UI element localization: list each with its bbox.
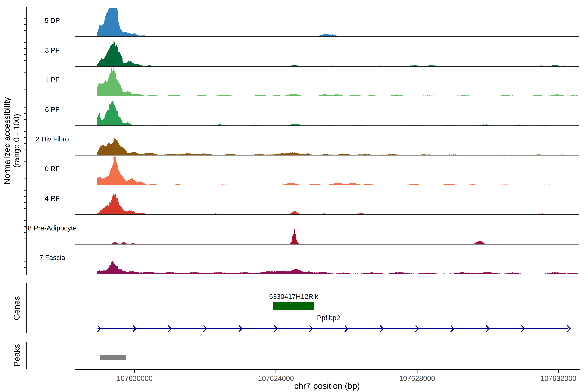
gene-direction-chevron-icon bbox=[167, 325, 172, 332]
peak-region-bar bbox=[100, 355, 126, 360]
x-axis-tick bbox=[134, 370, 135, 373]
track-signal-area bbox=[75, 186, 579, 215]
chevron-glyph bbox=[98, 326, 100, 332]
gene-direction-chevron-icon bbox=[132, 325, 137, 332]
chevron-glyph bbox=[451, 326, 454, 332]
x-axis-tick bbox=[417, 370, 418, 373]
track-signal-area bbox=[75, 8, 579, 37]
x-axis-tick bbox=[276, 370, 276, 373]
track-signal-path bbox=[75, 138, 579, 156]
gene-arrowhead-icon bbox=[566, 325, 571, 332]
track-signal-path bbox=[75, 8, 579, 37]
y-axis-tick bbox=[24, 250, 26, 250]
chevron-glyph bbox=[486, 326, 489, 332]
x-axis-tick bbox=[558, 370, 559, 373]
y-axis-tick bbox=[24, 119, 26, 120]
y-axis-tick bbox=[24, 42, 26, 43]
gene-name-label: Ppfibp2 bbox=[280, 314, 378, 322]
gene-exon-box bbox=[273, 302, 314, 310]
y-axis-tick bbox=[24, 208, 26, 209]
peaks-section-label: Peaks bbox=[12, 331, 22, 380]
peaks-axis-line bbox=[26, 342, 27, 369]
track-baseline bbox=[75, 214, 579, 215]
x-axis-line bbox=[75, 369, 580, 370]
chevron-glyph bbox=[239, 326, 242, 332]
gene-direction-chevron-icon bbox=[97, 325, 102, 332]
track-signal-area bbox=[75, 245, 579, 274]
chevron-glyph bbox=[345, 326, 348, 332]
y-axis-tick bbox=[24, 72, 26, 72]
gene-direction-chevron-icon bbox=[450, 325, 455, 332]
track-signal-area bbox=[75, 38, 579, 67]
x-axis-title: chr7 position (bp) bbox=[75, 381, 579, 391]
chevron-glyph bbox=[274, 326, 277, 332]
y-axis-tick bbox=[24, 238, 26, 238]
chevron-glyph bbox=[310, 326, 312, 332]
gene-direction-chevron-icon bbox=[520, 325, 525, 332]
peaks-section-label-text: Peaks bbox=[12, 344, 22, 367]
track-signal-area bbox=[75, 68, 579, 96]
y-axis-tick bbox=[24, 161, 26, 162]
chevron-glyph bbox=[133, 326, 136, 332]
track-signal-path bbox=[75, 229, 579, 244]
track-signal-path bbox=[75, 193, 579, 215]
chevron-glyph bbox=[521, 326, 524, 332]
chevron-glyph bbox=[380, 326, 383, 332]
gene-direction-chevron-icon bbox=[379, 325, 384, 332]
genes-section-label-text: Genes bbox=[12, 296, 22, 320]
track-baseline bbox=[75, 185, 579, 185]
track-signal-area bbox=[75, 216, 579, 244]
y-axis-label-line1: Normalized accessibility bbox=[2, 97, 12, 184]
genes-section-label: Genes bbox=[12, 284, 22, 333]
track-signal-path bbox=[75, 261, 579, 274]
track-signal-path bbox=[75, 156, 579, 185]
track-baseline bbox=[75, 66, 579, 67]
y-axis-tick bbox=[24, 102, 26, 102]
y-axis-tick bbox=[24, 30, 26, 31]
chevron-glyph bbox=[204, 326, 206, 332]
track-baseline bbox=[75, 96, 579, 96]
genes-axis-line bbox=[26, 283, 27, 333]
y-axis-tick bbox=[24, 268, 26, 268]
track-signal-area bbox=[75, 156, 579, 185]
track-baseline bbox=[75, 126, 579, 126]
y-axis-tick bbox=[24, 149, 26, 150]
track-signal-area bbox=[75, 97, 579, 126]
y-axis-tick bbox=[24, 90, 26, 90]
gene-direction-chevron-icon bbox=[344, 325, 349, 332]
track-signal-area bbox=[75, 127, 579, 156]
track-baseline bbox=[75, 36, 579, 37]
chevron-glyph bbox=[168, 326, 171, 332]
chevron-glyph bbox=[567, 326, 570, 332]
chevron-glyph bbox=[416, 326, 418, 332]
coverage-plot-figure: Normalized accessibility (range 0 - 100)… bbox=[0, 0, 588, 392]
gene-direction-chevron-icon bbox=[238, 325, 243, 332]
y-axis-tick bbox=[24, 220, 26, 221]
track-signal-path bbox=[75, 41, 579, 67]
gene-direction-chevron-icon bbox=[308, 325, 314, 332]
y-axis-tick bbox=[24, 131, 26, 132]
gene-direction-chevron-icon bbox=[273, 325, 278, 332]
gene-direction-chevron-icon bbox=[485, 325, 490, 332]
track-signal-path bbox=[75, 101, 579, 126]
gene-name-label: 5330417H12Rik bbox=[245, 293, 343, 300]
y-axis-tick bbox=[24, 190, 26, 191]
track-baseline bbox=[75, 155, 579, 156]
track-signal-path bbox=[75, 68, 579, 96]
gene-direction-chevron-icon bbox=[414, 325, 420, 332]
gene-direction-chevron-icon bbox=[202, 325, 208, 332]
track-baseline bbox=[75, 244, 579, 244]
y-axis-tick bbox=[24, 178, 26, 179]
y-axis-tick bbox=[24, 12, 26, 13]
track-baseline bbox=[75, 274, 579, 274]
y-axis-tick bbox=[24, 60, 26, 60]
